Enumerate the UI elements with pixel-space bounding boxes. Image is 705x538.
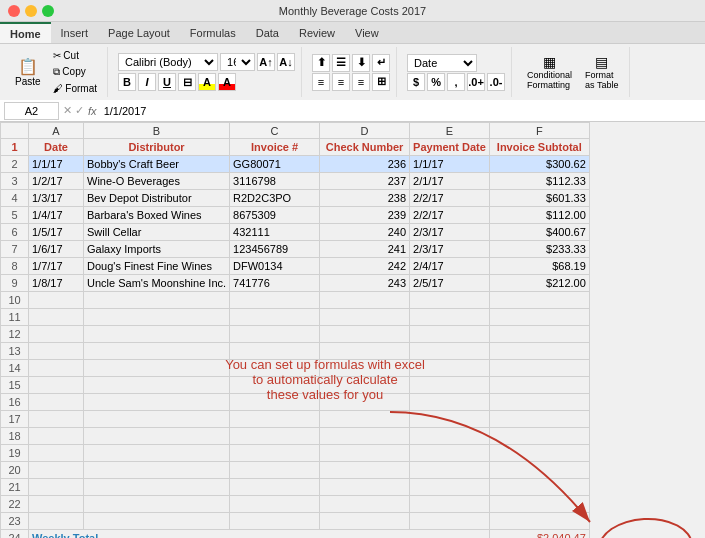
align-middle-button[interactable]: ☰ [332, 54, 350, 72]
align-bottom-button[interactable]: ⬇ [352, 54, 370, 72]
tab-page-layout[interactable]: Page Layout [98, 22, 180, 43]
tab-view[interactable]: View [345, 22, 389, 43]
cell-d3[interactable]: 237 [320, 173, 410, 190]
cell-d7[interactable]: 241 [320, 241, 410, 258]
cell-c1[interactable]: Invoice # [230, 139, 320, 156]
col-b-header[interactable]: B [84, 123, 230, 139]
cell-c6[interactable]: 432111 [230, 224, 320, 241]
format-button[interactable]: 🖌 Format [49, 81, 101, 96]
cell-b8[interactable]: Doug's Finest Fine Wines [84, 258, 230, 275]
window-controls[interactable] [8, 5, 54, 17]
cell-c4[interactable]: R2D2C3PO [230, 190, 320, 207]
cell-c3[interactable]: 3116798 [230, 173, 320, 190]
cell-e2[interactable]: 1/1/17 [410, 156, 490, 173]
cell-e1[interactable]: Payment Date [410, 139, 490, 156]
cell-b4[interactable]: Bev Depot Distributor [84, 190, 230, 207]
cell-b6[interactable]: Swill Cellar [84, 224, 230, 241]
cell-e5[interactable]: 2/2/17 [410, 207, 490, 224]
maximize-button[interactable] [42, 5, 54, 17]
align-top-button[interactable]: ⬆ [312, 54, 330, 72]
cell-a3[interactable]: 1/2/17 [29, 173, 84, 190]
cell-d2[interactable]: 236 [320, 156, 410, 173]
col-f-header[interactable]: F [489, 123, 589, 139]
number-format-select[interactable]: Date [407, 54, 477, 72]
cell-e4[interactable]: 2/2/17 [410, 190, 490, 207]
cell-f7[interactable]: $233.33 [489, 241, 589, 258]
cell-d8[interactable]: 242 [320, 258, 410, 275]
cell-f9[interactable]: $212.00 [489, 275, 589, 292]
tab-data[interactable]: Data [246, 22, 289, 43]
percent-button[interactable]: % [427, 73, 445, 91]
bold-button[interactable]: B [118, 73, 136, 91]
cell-c5[interactable]: 8675309 [230, 207, 320, 224]
cell-e6[interactable]: 2/3/17 [410, 224, 490, 241]
wrap-text-button[interactable]: ↵ [372, 54, 390, 72]
cell-f8[interactable]: $68.19 [489, 258, 589, 275]
font-family-select[interactable]: Calibri (Body) [118, 53, 218, 71]
col-e-header[interactable]: E [410, 123, 490, 139]
cell-a2[interactable]: 1/1/17 [29, 156, 84, 173]
cell-f3[interactable]: $112.33 [489, 173, 589, 190]
cell-b1[interactable]: Distributor [84, 139, 230, 156]
conditional-formatting-button[interactable]: ▦ ConditionalFormatting [522, 51, 577, 93]
cell-a6[interactable]: 1/5/17 [29, 224, 84, 241]
cell-a1[interactable]: Date [29, 139, 84, 156]
cell-c2[interactable]: GG80071 [230, 156, 320, 173]
cell-a9[interactable]: 1/8/17 [29, 275, 84, 292]
col-a-header[interactable]: A [29, 123, 84, 139]
cell-a8[interactable]: 1/7/17 [29, 258, 84, 275]
cell-f5[interactable]: $112.00 [489, 207, 589, 224]
cell-e3[interactable]: 2/1/17 [410, 173, 490, 190]
cell-f4[interactable]: $601.33 [489, 190, 589, 207]
align-center-button[interactable]: ≡ [332, 73, 350, 91]
tab-formulas[interactable]: Formulas [180, 22, 246, 43]
cell-e9[interactable]: 2/5/17 [410, 275, 490, 292]
format-as-table-button[interactable]: ▤ Formatas Table [580, 51, 623, 93]
weekly-total-value[interactable]: $2,040.47 [489, 530, 589, 539]
cell-e8[interactable]: 2/4/17 [410, 258, 490, 275]
tab-home[interactable]: Home [0, 22, 51, 43]
cell-c7[interactable]: 123456789 [230, 241, 320, 258]
cell-d6[interactable]: 240 [320, 224, 410, 241]
tab-review[interactable]: Review [289, 22, 345, 43]
cell-b2[interactable]: Bobby's Craft Beer [84, 156, 230, 173]
cell-reference-input[interactable] [4, 102, 59, 120]
cell-c8[interactable]: DFW0134 [230, 258, 320, 275]
align-right-button[interactable]: ≡ [352, 73, 370, 91]
weekly-total-label[interactable]: Weekly Total [29, 530, 490, 539]
italic-button[interactable]: I [138, 73, 156, 91]
font-color-button[interactable]: A [218, 73, 236, 91]
fill-color-button[interactable]: A [198, 73, 216, 91]
decrease-decimal-button[interactable]: .0- [487, 73, 505, 91]
minimize-button[interactable] [25, 5, 37, 17]
paste-button[interactable]: 📋 Paste [10, 54, 46, 90]
cell-a4[interactable]: 1/3/17 [29, 190, 84, 207]
cell-d9[interactable]: 243 [320, 275, 410, 292]
cell-a7[interactable]: 1/6/17 [29, 241, 84, 258]
cell-b7[interactable]: Galaxy Imports [84, 241, 230, 258]
cell-f6[interactable]: $400.67 [489, 224, 589, 241]
increase-decimal-button[interactable]: .0+ [467, 73, 485, 91]
cell-e7[interactable]: 2/3/17 [410, 241, 490, 258]
cell-d5[interactable]: 239 [320, 207, 410, 224]
cut-button[interactable]: ✂ Cut [49, 48, 101, 63]
font-size-select[interactable]: 16 [220, 53, 255, 71]
cell-b5[interactable]: Barbara's Boxed Wines [84, 207, 230, 224]
comma-button[interactable]: , [447, 73, 465, 91]
currency-button[interactable]: $ [407, 73, 425, 91]
cell-f1[interactable]: Invoice Subtotal [489, 139, 589, 156]
decrease-font-button[interactable]: A↓ [277, 53, 295, 71]
spreadsheet-scroll[interactable]: A B C D E F 1 Date Distributor Invoice #… [0, 122, 705, 538]
cell-d1[interactable]: Check Number [320, 139, 410, 156]
cell-f2[interactable]: $300.62 [489, 156, 589, 173]
align-left-button[interactable]: ≡ [312, 73, 330, 91]
col-c-header[interactable]: C [230, 123, 320, 139]
merge-center-button[interactable]: ⊞ [372, 73, 390, 91]
cell-b3[interactable]: Wine-O Beverages [84, 173, 230, 190]
copy-button[interactable]: ⧉ Copy [49, 64, 101, 80]
formula-input[interactable] [101, 102, 701, 120]
cell-c9[interactable]: 741776 [230, 275, 320, 292]
close-button[interactable] [8, 5, 20, 17]
col-d-header[interactable]: D [320, 123, 410, 139]
underline-button[interactable]: U [158, 73, 176, 91]
